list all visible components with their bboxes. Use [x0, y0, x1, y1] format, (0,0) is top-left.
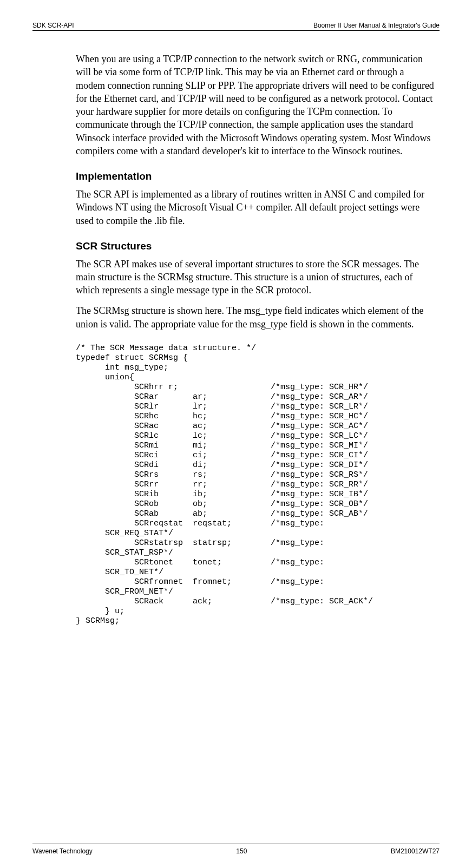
footer-page-number: 150: [236, 847, 247, 855]
page-footer: Wavenet Technology 150 BM210012WT27: [32, 844, 440, 855]
footer-left: Wavenet Technology: [32, 847, 93, 855]
footer-right: BM210012WT27: [391, 847, 440, 855]
header-right: Boomer II User Manual & Integrator's Gui…: [313, 22, 440, 29]
paragraph-structures-intro: The SCR API makes use of several importa…: [76, 258, 434, 297]
paragraph-tcpip: When you are using a TCP/IP connection t…: [76, 52, 434, 157]
page-content: When you are using a TCP/IP connection t…: [76, 52, 434, 626]
paragraph-scrmsg-desc: The SCRMsg structure is shown here. The …: [76, 304, 434, 331]
paragraph-implementation: The SCR API is implemented as a library …: [76, 188, 434, 227]
header-left: SDK SCR-API: [32, 22, 74, 29]
page: SDK SCR-API Boomer II User Manual & Inte…: [0, 0, 472, 868]
page-header: SDK SCR-API Boomer II User Manual & Inte…: [32, 22, 440, 31]
heading-scr-structures: SCR Structures: [76, 239, 434, 253]
code-block-scrmsg: /* The SCR Message data structure. */ ty…: [76, 344, 434, 626]
heading-implementation: Implementation: [76, 169, 434, 183]
